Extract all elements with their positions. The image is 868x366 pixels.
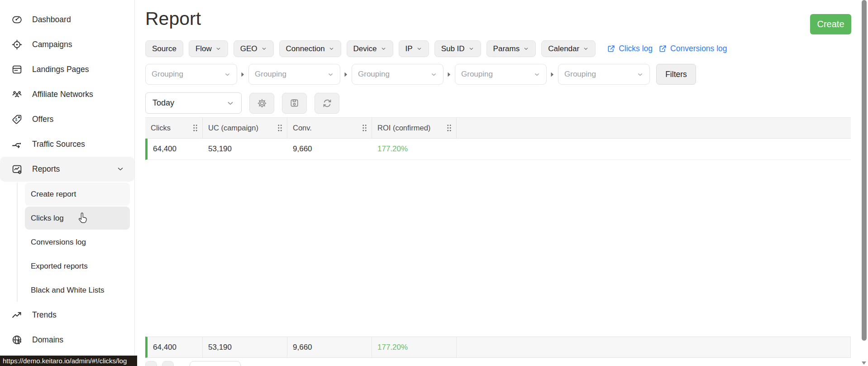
grouping-select-3[interactable]: Grouping — [352, 64, 444, 85]
column-header-roi-confirmed[interactable]: ROI (confirmed) — [372, 118, 457, 138]
sidebar-item-exported-reports[interactable]: Exported reports — [25, 255, 130, 278]
refresh-icon — [322, 98, 333, 109]
conversions-log-link[interactable]: Conversions log — [659, 44, 727, 53]
filter-chip-sub-id[interactable]: Sub ID — [434, 40, 481, 57]
link-label: Clicks log — [619, 44, 653, 53]
drag-handle-icon[interactable] — [277, 124, 282, 132]
chevron-down-icon — [468, 46, 474, 52]
sub-item-label: Exported reports — [31, 262, 88, 271]
chip-label: Params — [493, 44, 520, 53]
cell-conv: 9,660 — [287, 144, 372, 154]
sidebar-item-trends[interactable]: Trends — [0, 303, 134, 327]
arrow-right-icon — [241, 72, 244, 77]
drag-handle-icon[interactable] — [447, 124, 452, 132]
filter-chip-ip[interactable]: IP — [399, 40, 429, 57]
pagination-prev-button[interactable] — [145, 361, 157, 366]
toolbar-row: Today — [145, 92, 339, 114]
column-label: Clicks — [151, 124, 171, 132]
sidebar-item-domains[interactable]: Domains — [0, 327, 134, 352]
refresh-button[interactable] — [315, 93, 339, 114]
chip-label: Sub ID — [441, 44, 465, 53]
pagination — [145, 361, 241, 366]
scrollbar-thumb[interactable] — [862, 0, 867, 341]
grouping-select-1[interactable]: Grouping — [145, 64, 237, 85]
filter-chip-calendar[interactable]: Calendar — [541, 40, 596, 57]
chip-label: Source — [152, 44, 176, 53]
sidebar-item-traffic-sources[interactable]: Traffic Sources — [0, 132, 134, 157]
vertical-scrollbar[interactable] — [860, 0, 868, 366]
arrow-right-icon — [551, 72, 554, 77]
filter-chip-source[interactable]: Source — [145, 40, 183, 57]
total-clicks: 64,400 — [148, 337, 203, 357]
clicks-log-link[interactable]: Clicks log — [607, 44, 653, 53]
sidebar-item-reports[interactable]: Reports — [0, 157, 134, 182]
total-conv: 9,660 — [287, 337, 372, 357]
sidebar-item-affiliate-networks[interactable]: Affiliate Networks — [0, 82, 134, 107]
page-title: Report — [145, 8, 201, 29]
scrollbar-down-arrow-icon[interactable] — [862, 361, 866, 365]
table-header-row: Clicks UC (campaign) Conv. ROI (confirme… — [145, 117, 851, 139]
chevron-down-icon — [327, 71, 334, 78]
grouping-placeholder: Grouping — [461, 70, 493, 79]
sub-item-label: Clicks log — [31, 214, 64, 223]
column-header-conv[interactable]: Conv. — [287, 118, 372, 138]
filter-chip-device[interactable]: Device — [347, 40, 393, 57]
offers-icon: $ — [11, 114, 23, 125]
filter-chip-connection[interactable]: Connection — [279, 40, 341, 57]
chevron-down-icon — [329, 46, 334, 52]
grouping-placeholder: Grouping — [255, 70, 286, 79]
campaigns-icon — [11, 39, 23, 50]
sidebar-item-landings-pages[interactable]: Landings Pages — [0, 57, 134, 82]
sidebar-item-dashboard[interactable]: Dashboard — [0, 7, 134, 32]
table-row[interactable]: 64,400 53,190 9,660 177.20% — [145, 139, 851, 160]
hand-cursor-icon — [77, 211, 90, 225]
grouping-select-2[interactable]: Grouping — [248, 64, 340, 85]
external-link-icon — [607, 45, 615, 53]
chevron-down-icon — [430, 71, 437, 78]
sub-item-label: Create report — [31, 190, 76, 199]
chip-label: GEO — [240, 44, 258, 53]
cell-uc-campaign: 53,190 — [203, 144, 287, 154]
pagination-next-button[interactable] — [162, 361, 174, 366]
drag-handle-icon[interactable] — [362, 124, 367, 132]
chevron-down-icon — [534, 71, 540, 78]
filter-chip-geo[interactable]: GEO — [234, 40, 274, 57]
chip-label: Connection — [286, 44, 325, 53]
column-header-clicks[interactable]: Clicks — [145, 118, 203, 138]
total-uc-campaign: 53,190 — [203, 337, 287, 357]
chevron-down-icon — [224, 71, 231, 78]
sidebar-item-create-report[interactable]: Create report — [25, 183, 130, 206]
grouping-row: Grouping Grouping Grouping Grouping Grou… — [145, 64, 696, 85]
grouping-select-5[interactable]: Grouping — [558, 64, 650, 85]
sidebar-item-black-and-white-lists[interactable]: Black and White Lists — [25, 279, 130, 302]
sidebar-item-offers[interactable]: $ Offers — [0, 107, 134, 132]
create-button[interactable]: Create — [810, 14, 851, 34]
filters-button[interactable]: Filters — [656, 64, 696, 85]
main-content: Report Create Source Flow GEO Connection… — [135, 0, 860, 366]
sidebar-item-label: Domains — [32, 335, 63, 345]
external-link-icon — [659, 45, 667, 53]
grouping-select-4[interactable]: Grouping — [455, 64, 547, 85]
rows-per-page-select[interactable] — [190, 361, 241, 366]
drag-handle-icon[interactable] — [193, 124, 198, 132]
sidebar-item-campaigns[interactable]: Campaigns — [0, 32, 134, 57]
dashboard-icon — [11, 14, 23, 25]
date-range-select[interactable]: Today — [145, 92, 242, 114]
chevron-down-icon — [416, 46, 422, 52]
sidebar-item-label: Affiliate Networks — [32, 90, 93, 99]
column-header-uc-campaign[interactable]: UC (campaign) — [203, 118, 287, 138]
sidebar-item-conversions-log[interactable]: Conversions log — [25, 231, 130, 254]
sidebar-item-label: Reports — [32, 164, 60, 174]
chip-label: IP — [405, 44, 413, 53]
arrow-right-icon — [448, 72, 451, 77]
report-settings-button[interactable] — [249, 93, 274, 114]
report-table: Clicks UC (campaign) Conv. ROI (confirme… — [145, 117, 851, 160]
filter-chip-flow[interactable]: Flow — [189, 40, 228, 57]
sidebar-item-clicks-log[interactable]: Clicks log — [25, 207, 130, 230]
sidebar-nav: Dashboard Campaigns Landings Pages Affil… — [0, 0, 134, 352]
chevron-down-icon — [226, 99, 234, 107]
filter-chip-params[interactable]: Params — [486, 40, 536, 57]
filter-chips-row: Source Flow GEO Connection Device IP Sub… — [145, 40, 727, 57]
save-report-button[interactable] — [282, 93, 307, 114]
total-empty — [457, 337, 851, 357]
